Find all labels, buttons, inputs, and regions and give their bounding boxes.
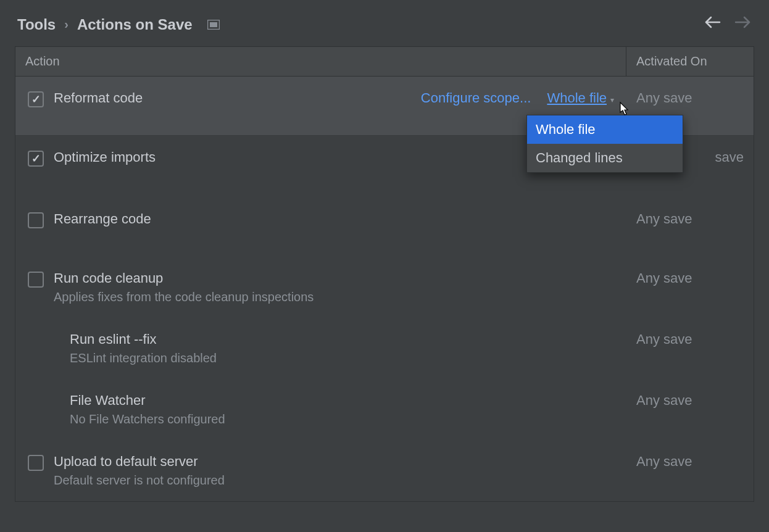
- scope-dropdown: Whole file Changed lines: [526, 115, 683, 173]
- row-rearrange-code[interactable]: Rearrange code Any save: [15, 197, 754, 242]
- action-title: Run code cleanup: [54, 270, 614, 286]
- breadcrumb: Tools › Actions on Save: [17, 16, 220, 33]
- column-activated: Activated On: [626, 47, 754, 76]
- chevron-right-icon: ›: [64, 17, 69, 31]
- configure-scope-link[interactable]: Configure scope...: [421, 90, 531, 106]
- row-upload-default-server[interactable]: Upload to default server Default server …: [15, 440, 754, 501]
- back-arrow-icon[interactable]: [704, 15, 721, 34]
- action-title: Run eslint --fix: [70, 331, 614, 347]
- action-title: Rearrange code: [54, 211, 614, 227]
- activated-on: Any save: [626, 379, 754, 422]
- scope-dropdown-link[interactable]: Whole file: [547, 90, 607, 106]
- svg-rect-1: [210, 22, 217, 27]
- row-run-eslint-fix[interactable]: Run eslint --fix ESLint integration disa…: [15, 318, 754, 379]
- actions-table: Action Activated On Reformat code Config…: [15, 46, 754, 502]
- settings-header: Tools › Actions on Save: [0, 0, 769, 46]
- activated-on: Any save: [626, 257, 754, 300]
- action-subtitle: Default server is not configured: [54, 473, 614, 488]
- checkbox-cleanup[interactable]: [28, 272, 44, 288]
- chevron-down-icon: ▾: [610, 96, 614, 104]
- action-title: File Watcher: [70, 393, 614, 409]
- activated-on: Any save: [626, 197, 754, 241]
- checkbox-rearrange[interactable]: [28, 212, 44, 228]
- nav-arrows: [704, 15, 752, 34]
- action-title: Upload to default server: [54, 454, 614, 470]
- action-subtitle: ESLint integration disabled: [70, 351, 614, 365]
- checkbox-upload[interactable]: [28, 455, 44, 471]
- breadcrumb-current: Actions on Save: [77, 16, 193, 33]
- action-subtitle: Applies fixes from the code cleanup insp…: [54, 290, 614, 304]
- window-icon: [207, 16, 220, 33]
- column-action: Action: [15, 47, 626, 76]
- checkbox-optimize[interactable]: [28, 151, 44, 167]
- activated-on: Any save: [626, 318, 754, 361]
- dropdown-item-whole-file[interactable]: Whole file: [527, 115, 683, 144]
- row-run-code-cleanup[interactable]: Run code cleanup Applies fixes from the …: [15, 257, 754, 318]
- row-file-watcher[interactable]: File Watcher No File Watchers configured…: [15, 379, 754, 440]
- checkbox-reformat[interactable]: [28, 91, 44, 107]
- forward-arrow-icon: [734, 15, 752, 34]
- breadcrumb-parent[interactable]: Tools: [17, 16, 56, 33]
- dropdown-item-changed-lines[interactable]: Changed lines: [527, 144, 683, 172]
- action-title: Reformat code: [54, 90, 143, 106]
- action-subtitle: No File Watchers configured: [70, 412, 614, 426]
- row-reformat-code[interactable]: Reformat code Configure scope... Whole f…: [15, 77, 754, 136]
- table-header: Action Activated On: [15, 47, 754, 77]
- activated-on: Any save: [626, 77, 754, 120]
- activated-on: Any save: [626, 440, 754, 483]
